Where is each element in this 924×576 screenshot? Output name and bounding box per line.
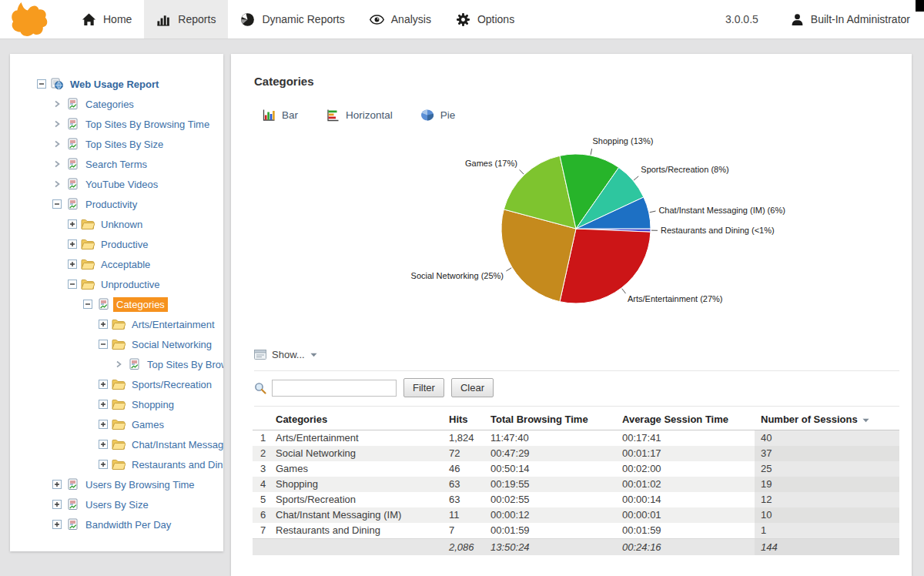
report-icon xyxy=(127,358,141,370)
tree-item-web-usage-report[interactable]: Web Usage Report xyxy=(10,74,223,94)
expand-icon[interactable] xyxy=(52,500,62,509)
cell-category: Games xyxy=(276,461,308,477)
nav-analysis[interactable]: Analysis xyxy=(357,0,444,39)
expand-icon[interactable] xyxy=(99,420,108,429)
nav-reports[interactable]: Reports xyxy=(144,0,228,39)
nav-label: Home xyxy=(103,13,132,25)
nav-options[interactable]: Options xyxy=(444,0,527,39)
version-label: 3.0.0.5 xyxy=(725,13,758,25)
cell-number-of-sessions: 1 xyxy=(761,523,766,538)
folder-icon xyxy=(112,338,126,350)
cell-hits: 72 xyxy=(449,446,460,461)
tree-item-categories[interactable]: Categories xyxy=(10,294,223,314)
tree-item-top-sites-by-browsing-time[interactable]: Top Sites By Browsing Time xyxy=(10,354,223,374)
table-row-games[interactable]: 3Games4600:50:1400:02:0025 xyxy=(253,461,899,477)
collapse-icon[interactable] xyxy=(37,79,46,89)
user-menu[interactable]: Built-In Administrator xyxy=(791,13,910,26)
pie-slice-label: Sports/Recreation (8%) xyxy=(641,165,728,174)
tree-item-top-sites-by-browsing-time[interactable]: Top Sites By Browsing Time xyxy=(10,114,223,134)
collapse-icon[interactable] xyxy=(83,300,92,309)
tree-item-unproductive[interactable]: Unproductive xyxy=(10,274,223,294)
cell-number-of-sessions: 10 xyxy=(761,507,772,523)
show-menu-button[interactable]: Show... xyxy=(254,349,317,360)
tree-item-users-by-size[interactable]: Users By Size xyxy=(10,494,223,514)
tree-item-bandwidth-per-day[interactable]: Bandwidth Per Day xyxy=(10,514,223,534)
nav-home[interactable]: Home xyxy=(69,0,144,39)
tree-item-label: Users By Size xyxy=(82,497,152,512)
report-icon xyxy=(65,478,79,491)
expand-icon[interactable] xyxy=(99,440,108,449)
col-header-average-session-time[interactable]: Average Session Time xyxy=(622,409,728,430)
chevron-right-icon[interactable] xyxy=(52,119,62,129)
options-icon xyxy=(456,12,470,27)
chart-tab-label: Bar xyxy=(282,109,298,121)
tree-item-chat-instant-messaging-im[interactable]: Chat/Instant Messaging (IM) xyxy=(10,434,223,454)
filter-button[interactable]: Filter xyxy=(403,378,444,397)
bar-chart-icon xyxy=(262,109,276,122)
expand-icon[interactable] xyxy=(68,239,77,249)
table-row-sports-recreation[interactable]: 5Sports/Recreation6300:02:5500:00:1412 xyxy=(253,492,899,507)
sorted-column-highlight xyxy=(755,430,899,446)
col-header-total-browsing-time[interactable]: Total Browsing Time xyxy=(490,409,588,430)
clear-button[interactable]: Clear xyxy=(451,378,494,397)
chart-tab-bar[interactable]: Bar xyxy=(262,109,298,122)
expand-icon[interactable] xyxy=(52,520,62,529)
expand-icon[interactable] xyxy=(99,380,108,389)
table-row-arts-entertainment[interactable]: 1Arts/Entertainment1,82411:47:4000:17:41… xyxy=(253,430,899,446)
tree-item-productivity[interactable]: Productivity xyxy=(10,194,223,214)
chevron-right-icon[interactable] xyxy=(114,360,123,369)
tree-item-search-terms[interactable]: Search Terms xyxy=(10,154,223,174)
tree-item-games[interactable]: Games xyxy=(10,414,223,434)
tree-item-categories[interactable]: Categories xyxy=(10,94,223,114)
tree-item-arts-entertainment[interactable]: Arts/Entertainment xyxy=(10,314,223,334)
report-globe-icon xyxy=(50,78,64,90)
chevron-right-icon[interactable] xyxy=(52,159,62,169)
folder-icon xyxy=(112,378,126,390)
tree-item-productive[interactable]: Productive xyxy=(10,234,223,254)
divider xyxy=(254,370,899,371)
collapse-icon[interactable] xyxy=(68,280,77,289)
nav-dynamic-reports[interactable]: Dynamic Reports xyxy=(228,0,357,39)
folder-icon xyxy=(112,458,126,471)
expand-icon[interactable] xyxy=(99,320,108,329)
top-header: HomeReportsDynamic ReportsAnalysisOption… xyxy=(0,0,924,39)
table-row-chat-instant-messaging-im[interactable]: 6Chat/Instant Messaging (IM)1100:00:1200… xyxy=(253,507,899,523)
collapse-icon[interactable] xyxy=(52,199,62,209)
tree-item-sports-recreation[interactable]: Sports/Recreation xyxy=(10,374,223,394)
chart-tab-horizontal[interactable]: Horizontal xyxy=(326,109,393,122)
chart-type-tabs: BarHorizontalPie xyxy=(262,109,455,122)
expand-icon[interactable] xyxy=(68,219,77,229)
report-tree: Web Usage ReportCategoriesTop Sites By B… xyxy=(10,54,223,534)
cell-category: Arts/Entertainment xyxy=(276,430,359,446)
report-icon xyxy=(65,98,79,110)
chevron-right-icon[interactable] xyxy=(52,99,62,109)
col-header-categories[interactable]: Categories xyxy=(276,409,327,430)
tree-item-users-by-browsing-time[interactable]: Users By Browsing Time xyxy=(10,474,223,494)
col-header-number-of-sessions[interactable]: Number of Sessions xyxy=(761,409,869,430)
nav-label: Analysis xyxy=(391,13,431,25)
tree-item-shopping[interactable]: Shopping xyxy=(10,394,223,414)
expand-icon[interactable] xyxy=(52,480,62,489)
chevron-right-icon[interactable] xyxy=(52,179,62,189)
tree-item-youtube-videos[interactable]: YouTube Videos xyxy=(10,174,223,194)
tree-item-acceptable[interactable]: Acceptable xyxy=(10,254,223,274)
tree-item-unknown[interactable]: Unknown xyxy=(10,214,223,234)
table-row-shopping[interactable]: 4Shopping6300:19:5500:01:0219 xyxy=(253,477,899,492)
expand-icon[interactable] xyxy=(68,260,77,269)
chart-tab-pie[interactable]: Pie xyxy=(420,109,456,122)
table-row-restaurants-and-dining[interactable]: 7Restaurants and Dining700:01:5900:01:59… xyxy=(253,523,899,538)
sort-desc-icon xyxy=(862,409,869,430)
col-header-hits[interactable]: Hits xyxy=(449,409,468,430)
table-row-social-networking[interactable]: 2Social Networking7200:47:2900:01:1737 xyxy=(253,446,899,461)
filter-input[interactable] xyxy=(272,380,397,397)
chevron-right-icon[interactable] xyxy=(52,139,62,149)
tree-item-social-networking[interactable]: Social Networking xyxy=(10,334,223,354)
cell-number-of-sessions: 37 xyxy=(761,446,772,461)
tree-item-restaurants-and-dining[interactable]: Restaurants and Dining xyxy=(10,454,223,474)
expand-icon[interactable] xyxy=(99,460,108,469)
expand-icon[interactable] xyxy=(99,400,108,409)
collapse-icon[interactable] xyxy=(99,340,108,349)
app-logo-icon[interactable] xyxy=(10,2,49,36)
tree-item-top-sites-by-size[interactable]: Top Sites By Size xyxy=(10,134,223,154)
pie-slice-label: Arts/Entertainment (27%) xyxy=(628,294,723,303)
